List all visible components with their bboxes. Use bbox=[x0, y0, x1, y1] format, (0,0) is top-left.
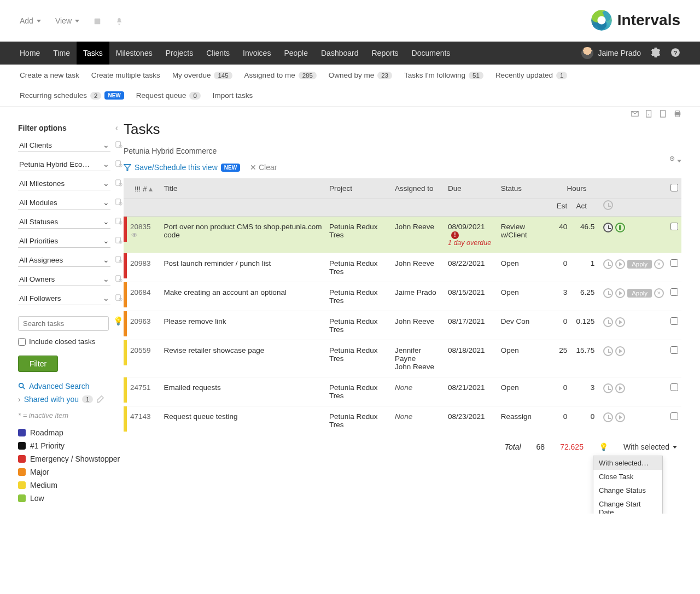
nav-tasks[interactable]: Tasks bbox=[77, 42, 109, 65]
table-row[interactable]: 20963 Please remove link Petunia Redux T… bbox=[124, 311, 681, 340]
timer-pause-icon[interactable] bbox=[615, 223, 625, 232]
timer-stop-icon[interactable] bbox=[654, 259, 664, 269]
timer-play-icon[interactable] bbox=[615, 317, 625, 327]
add-menu[interactable]: Add bbox=[20, 16, 41, 25]
subnav-item[interactable]: Owned by me23 bbox=[329, 71, 392, 79]
saved-query-icon[interactable] bbox=[115, 141, 124, 150]
saved-query-icon[interactable] bbox=[115, 179, 124, 188]
row-checkbox[interactable] bbox=[670, 259, 678, 267]
filter-select[interactable]: All Owners ⌄ bbox=[18, 272, 110, 286]
export-pdf-icon[interactable] bbox=[660, 109, 667, 118]
lightbulb-icon[interactable]: 💡 bbox=[113, 316, 124, 326]
chevron-left-icon[interactable]: ‹ bbox=[115, 123, 118, 133]
filter-select[interactable]: All Statuses ⌄ bbox=[18, 215, 110, 229]
nav-projects[interactable]: Projects bbox=[159, 42, 200, 65]
col-due[interactable]: Due bbox=[445, 178, 498, 199]
nav-home[interactable]: Home bbox=[20, 42, 46, 65]
nav-invoices[interactable]: Invoices bbox=[236, 42, 277, 65]
saved-query-icon[interactable] bbox=[115, 236, 124, 246]
timer-clock-icon[interactable] bbox=[603, 259, 613, 269]
dropdown-item[interactable]: Change Status bbox=[593, 484, 662, 497]
table-settings-icon[interactable] bbox=[668, 155, 681, 164]
col-est[interactable]: Est bbox=[553, 199, 573, 217]
col-hours[interactable]: Hours bbox=[553, 178, 600, 199]
advanced-search-link[interactable]: Advanced Search bbox=[18, 382, 124, 391]
clear-link[interactable]: ✕ Clear bbox=[250, 163, 277, 172]
timer-clock-icon[interactable] bbox=[603, 412, 613, 422]
timer-clock-icon[interactable] bbox=[603, 223, 613, 232]
timer-play-icon[interactable] bbox=[615, 412, 625, 422]
select-all-checkbox[interactable] bbox=[670, 184, 678, 191]
view-menu[interactable]: View bbox=[55, 16, 79, 25]
saved-query-icon[interactable] bbox=[115, 217, 124, 226]
nav-documents[interactable]: Documents bbox=[405, 42, 457, 65]
filter-select[interactable]: All Clients ⌄ bbox=[18, 138, 110, 152]
save-view-link[interactable]: Save/Schedule this view NEW bbox=[124, 163, 240, 172]
col-priority-num[interactable]: !!! # ▴ bbox=[127, 178, 161, 199]
nav-reports[interactable]: Reports bbox=[365, 42, 405, 65]
task-title[interactable]: Revise retailer showcase page bbox=[161, 340, 326, 377]
row-checkbox[interactable] bbox=[670, 223, 678, 230]
table-row[interactable]: 20983 Post launch reminder / punch list … bbox=[124, 253, 681, 282]
row-checkbox[interactable] bbox=[670, 288, 678, 296]
filter-select[interactable]: All Milestones ⌄ bbox=[18, 177, 110, 190]
apply-button[interactable]: Apply bbox=[627, 260, 652, 269]
row-checkbox[interactable] bbox=[670, 383, 678, 391]
timer-clock-icon[interactable] bbox=[603, 383, 613, 393]
saved-query-icon[interactable] bbox=[115, 294, 124, 303]
dropdown-item[interactable]: Close Task bbox=[593, 470, 662, 484]
nav-people[interactable]: People bbox=[277, 42, 314, 65]
filter-select[interactable]: All Followers ⌄ bbox=[18, 292, 110, 305]
mail-icon[interactable] bbox=[631, 109, 639, 118]
subnav-item[interactable]: Assigned to me285 bbox=[244, 71, 317, 79]
row-checkbox[interactable] bbox=[670, 412, 678, 420]
task-title[interactable]: Request queue testing bbox=[161, 406, 326, 435]
gear-icon[interactable] bbox=[651, 48, 661, 59]
saved-query-icon[interactable] bbox=[115, 160, 124, 169]
nav-dashboard[interactable]: Dashboard bbox=[314, 42, 365, 65]
nav-time[interactable]: Time bbox=[46, 42, 77, 65]
task-title[interactable]: Port over non product CMS to shop.petuni… bbox=[161, 217, 326, 253]
timer-clock-icon[interactable] bbox=[603, 317, 613, 327]
subnav-item[interactable]: Create a new task bbox=[20, 71, 79, 79]
table-row[interactable]: 20559 Revise retailer showcase page Petu… bbox=[124, 340, 681, 377]
saved-query-icon[interactable] bbox=[115, 275, 124, 284]
table-row[interactable]: 24751 Emailed requests Petunia Redux Tre… bbox=[124, 377, 681, 406]
subnav-item[interactable]: Recently updated1 bbox=[495, 71, 567, 79]
col-act[interactable]: Act bbox=[573, 199, 600, 217]
export-xls-icon[interactable]: x bbox=[645, 109, 653, 118]
filter-select[interactable]: All Priorities ⌄ bbox=[18, 234, 110, 248]
timer-play-icon[interactable] bbox=[615, 259, 625, 269]
saved-query-icon[interactable] bbox=[115, 198, 124, 207]
print-icon[interactable] bbox=[674, 109, 681, 118]
timer-play-icon[interactable] bbox=[615, 383, 625, 393]
timer-play-icon[interactable] bbox=[615, 346, 625, 356]
subnav-item[interactable]: Import tasks bbox=[213, 91, 253, 100]
col-project[interactable]: Project bbox=[326, 178, 392, 199]
subnav-item[interactable]: Recurring schedules2NEW bbox=[20, 91, 124, 100]
dropdown-item[interactable]: Change Start Date bbox=[593, 497, 662, 514]
bell-icon[interactable] bbox=[115, 16, 123, 25]
table-row[interactable]: 20684 Make creating an account an option… bbox=[124, 282, 681, 311]
shared-with-you-link[interactable]: › Shared with you 1 bbox=[18, 395, 124, 404]
filter-select[interactable]: Petunia Hybrid Ecommerce ⌄ bbox=[18, 158, 110, 171]
table-row[interactable]: 20835👁 Port over non product CMS to shop… bbox=[124, 217, 681, 253]
timer-play-icon[interactable] bbox=[615, 288, 625, 298]
col-title[interactable]: Title bbox=[161, 178, 326, 199]
task-title[interactable]: Emailed requests bbox=[161, 377, 326, 406]
timer-stop-icon[interactable] bbox=[654, 288, 664, 298]
apply-button[interactable]: Apply bbox=[627, 289, 652, 298]
with-selected-dropdown[interactable]: With selected…Close TaskChange StatusCha… bbox=[593, 456, 663, 514]
nav-milestones[interactable]: Milestones bbox=[109, 42, 159, 65]
row-checkbox[interactable] bbox=[670, 346, 678, 354]
saved-query-icon[interactable] bbox=[115, 255, 124, 265]
help-icon[interactable]: ? bbox=[670, 48, 680, 59]
user-menu[interactable]: Jaime Prado bbox=[581, 47, 641, 59]
subnav-item[interactable]: My overdue145 bbox=[172, 71, 232, 79]
subnav-item[interactable]: Tasks I'm following51 bbox=[404, 71, 483, 79]
subnav-item[interactable]: Create multiple tasks bbox=[91, 71, 160, 79]
with-selected-menu[interactable]: With selected bbox=[623, 442, 677, 451]
col-assigned[interactable]: Assigned to bbox=[392, 178, 445, 199]
timer-clock-icon[interactable] bbox=[603, 346, 613, 356]
include-closed-checkbox[interactable]: Include closed tasks bbox=[18, 337, 124, 346]
